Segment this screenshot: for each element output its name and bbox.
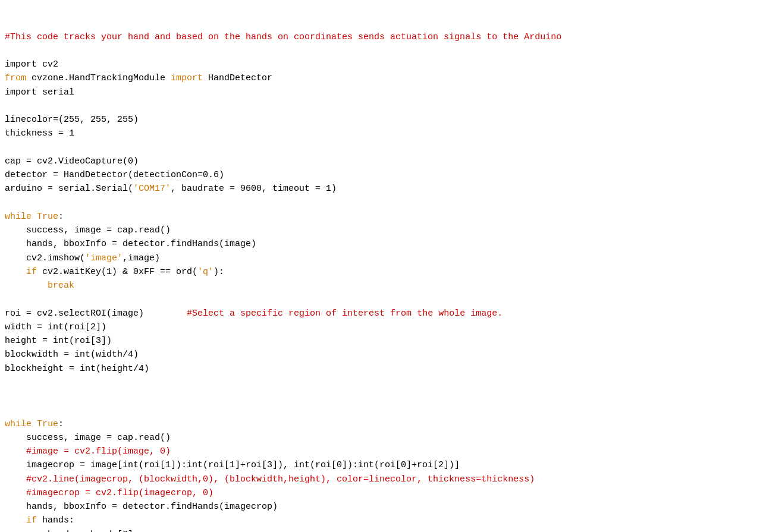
- code-line: import cv2: [5, 58, 755, 71]
- code-line: #image = cv2.flip(image, 0): [5, 445, 755, 458]
- code-line: roi = cv2.selectROI(image) #Select a spe…: [5, 307, 755, 320]
- code-line: hands = hands[0]: [5, 528, 755, 533]
- keyword-text: break: [48, 281, 74, 291]
- comment-text: #This code tracks your hand and based on…: [5, 32, 561, 42]
- keyword-text: if: [26, 515, 37, 525]
- keyword-text: if: [26, 267, 37, 277]
- code-line: success, image = cap.read(): [5, 223, 755, 237]
- code-line: thickness = 1: [5, 127, 755, 140]
- code-editor: #This code tracks your hand and based on…: [5, 2, 755, 532]
- normal-text: , baudrate = 9600, timeout = 1): [171, 184, 337, 194]
- code-line: #cv2.line(imagecrop, (blockwidth,0), (bl…: [5, 473, 755, 486]
- keyword-text: True: [37, 212, 58, 222]
- normal-text: [32, 419, 37, 429]
- comment-text: #Select a specific region of interest fr…: [187, 309, 503, 319]
- normal-text: ,image): [123, 253, 160, 263]
- normal-text: hands:: [37, 515, 74, 525]
- string-text: 'image': [85, 253, 123, 263]
- code-line: while True:: [5, 210, 755, 223]
- code-line: break: [5, 279, 755, 292]
- normal-text: cv2.waitKey(1) & 0xFF == ord(: [37, 267, 197, 277]
- code-line: blockwidth = int(width/4): [5, 348, 755, 361]
- normal-text: cv2.imshow(: [5, 253, 85, 263]
- normal-text: ):: [213, 267, 224, 277]
- string-text: 'COM17': [133, 184, 171, 194]
- code-line: from cvzone.HandTrackingModule import Ha…: [5, 71, 755, 85]
- code-line: [5, 99, 755, 113]
- comment-text: #imagecrop = cv2.flip(imagecrop, 0): [5, 488, 213, 498]
- code-line: cv2.imshow('image',image): [5, 251, 755, 265]
- code-line: success, image = cap.read(): [5, 431, 755, 445]
- normal-text: roi = cv2.selectROI(image): [5, 309, 187, 319]
- code-line: arduino = serial.Serial('COM17', baudrat…: [5, 182, 755, 196]
- code-line: imagecrop = image[int(roi[1]):int(roi[1]…: [5, 458, 755, 472]
- keyword-text: while: [5, 212, 32, 222]
- keyword-text: from: [5, 73, 26, 83]
- code-line: width = int(roi[2]): [5, 320, 755, 334]
- string-text: 'q': [197, 267, 213, 277]
- code-line: if hands:: [5, 514, 755, 527]
- code-line: #This code tracks your hand and based on…: [5, 30, 755, 44]
- code-line: detector = HandDetector(detectionCon=0.6…: [5, 168, 755, 182]
- code-line: import serial: [5, 86, 755, 99]
- normal-text: arduino = serial.Serial(: [5, 184, 133, 194]
- code-line: [5, 44, 755, 58]
- comment-text: #image = cv2.flip(image, 0): [5, 446, 171, 457]
- keyword-text: True: [37, 419, 58, 429]
- normal-text: cvzone.HandTrackingModule: [26, 73, 171, 83]
- code-line: [5, 141, 755, 155]
- code-line: blockheight = int(height/4): [5, 362, 755, 376]
- keyword-text: import: [171, 73, 203, 83]
- normal-text: [5, 267, 26, 277]
- normal-text: [5, 515, 26, 525]
- normal-text: [32, 212, 37, 222]
- normal-text: [5, 281, 48, 291]
- code-line: [5, 389, 755, 403]
- code-line: cap = cv2.VideoCapture(0): [5, 155, 755, 168]
- code-line: [5, 196, 755, 210]
- code-line: while True:: [5, 417, 755, 431]
- normal-text: :: [58, 212, 64, 222]
- code-line: linecolor=(255, 255, 255): [5, 113, 755, 127]
- code-line: [5, 403, 755, 417]
- keyword-text: while: [5, 419, 32, 429]
- code-line: [5, 376, 755, 389]
- code-line: hands, bboxInfo = detector.findHands(ima…: [5, 237, 755, 251]
- code-line: #imagecrop = cv2.flip(imagecrop, 0): [5, 486, 755, 500]
- code-line: [5, 292, 755, 306]
- comment-text: #cv2.line(imagecrop, (blockwidth,0), (bl…: [5, 474, 535, 484]
- code-line: hands, bboxInfo = detector.findHands(ima…: [5, 500, 755, 514]
- normal-text: HandDetector: [203, 73, 272, 83]
- code-line: height = int(roi[3]): [5, 334, 755, 348]
- code-line: if cv2.waitKey(1) & 0xFF == ord('q'):: [5, 265, 755, 279]
- normal-text: :: [58, 419, 64, 429]
